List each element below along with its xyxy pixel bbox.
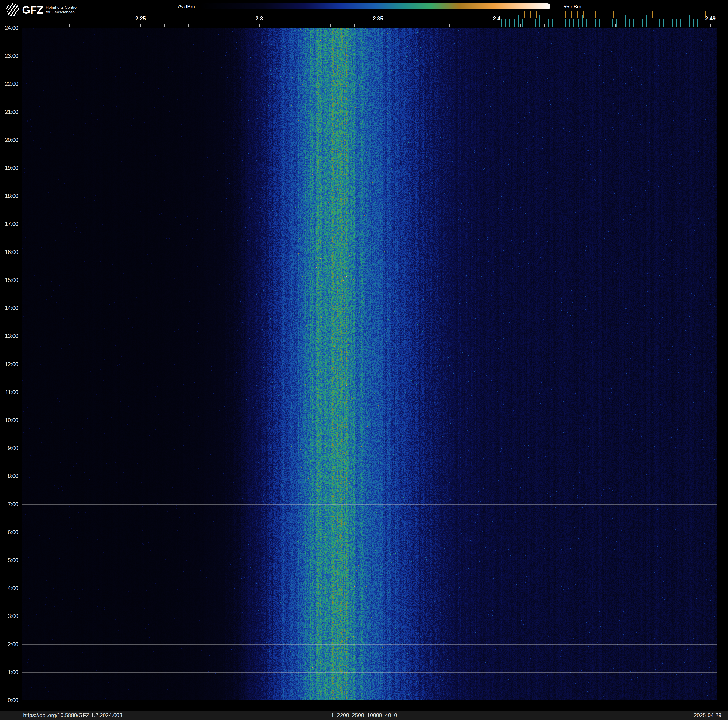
freq-minor-tick bbox=[141, 24, 141, 28]
channel-tick-teal bbox=[578, 18, 579, 28]
channel-tick-orange bbox=[530, 11, 531, 18]
freq-minor-tick bbox=[568, 24, 568, 28]
channel-tick-teal bbox=[561, 15, 561, 28]
time-tick-label: 7:00 bbox=[8, 501, 18, 507]
channel-tick-teal bbox=[540, 15, 540, 28]
channel-tick-teal bbox=[664, 18, 664, 28]
channel-tick-teal bbox=[668, 15, 668, 28]
time-tick-label: 23:00 bbox=[5, 53, 18, 59]
channel-tick-teal bbox=[595, 18, 596, 28]
freq-minor-tick bbox=[473, 24, 473, 28]
channel-tick-teal bbox=[514, 18, 514, 28]
time-axis: 24:0023:0022:0021:0020:0019:0018:0017:00… bbox=[0, 28, 20, 700]
freq-minor-tick bbox=[69, 24, 70, 28]
freq-tick-label: 2.25 bbox=[135, 15, 146, 22]
channel-tick-teal bbox=[509, 18, 510, 28]
channel-tick-teal bbox=[518, 15, 519, 28]
channel-tick-orange bbox=[578, 11, 578, 18]
frequency-ruler: 2.252.32.352.42.49 bbox=[22, 0, 717, 28]
channel-tick-teal bbox=[650, 18, 651, 28]
channel-tick-orange bbox=[566, 11, 566, 18]
channel-tick-teal bbox=[586, 18, 587, 28]
freq-minor-tick bbox=[236, 24, 236, 28]
time-tick-label: 14:00 bbox=[5, 305, 18, 311]
channel-tick-teal bbox=[574, 18, 574, 28]
freq-minor-tick bbox=[93, 24, 93, 28]
time-tick-label: 15:00 bbox=[5, 277, 18, 283]
freq-minor-tick bbox=[188, 24, 188, 28]
channel-tick-orange bbox=[631, 11, 632, 18]
channel-tick-teal bbox=[557, 18, 557, 28]
channel-tick-orange bbox=[613, 11, 613, 18]
time-tick-label: 13:00 bbox=[5, 333, 18, 339]
freq-minor-tick bbox=[307, 24, 307, 28]
channel-tick-teal bbox=[599, 18, 600, 28]
channel-tick-teal bbox=[697, 18, 698, 28]
freq-minor-tick bbox=[354, 24, 355, 28]
channel-tick-teal bbox=[608, 18, 609, 28]
freq-minor-tick bbox=[212, 24, 212, 28]
channel-tick-teal bbox=[625, 15, 626, 28]
dataset-name: 1_2200_2500_10000_40_0 bbox=[331, 711, 397, 720]
channel-tick-teal bbox=[676, 18, 677, 28]
time-tick-label: 5:00 bbox=[8, 557, 18, 563]
freq-minor-tick bbox=[259, 24, 260, 28]
channel-tick-teal bbox=[659, 18, 660, 28]
footer-bar: https://doi.org/10.5880/GFZ.1.2.2024.003… bbox=[0, 711, 728, 720]
channel-tick-teal bbox=[535, 18, 536, 28]
freq-tick-label: 2.49 bbox=[705, 15, 716, 22]
time-tick-label: 17:00 bbox=[5, 221, 18, 227]
time-tick-label: 22:00 bbox=[5, 81, 18, 87]
channel-tick-teal bbox=[565, 18, 566, 28]
channel-tick-orange bbox=[536, 11, 537, 18]
time-tick-label: 24:00 bbox=[5, 25, 18, 31]
freq-tick-label: 2.35 bbox=[373, 15, 383, 22]
time-tick-label: 1:00 bbox=[8, 669, 18, 676]
channel-tick-orange bbox=[560, 11, 560, 18]
channel-tick-teal bbox=[616, 18, 617, 28]
freq-minor-tick bbox=[164, 24, 165, 28]
spectrogram-plot bbox=[22, 28, 717, 700]
doi-text: https://doi.org/10.5880/GFZ.1.2.2024.003 bbox=[23, 711, 122, 720]
freq-minor-tick bbox=[283, 24, 283, 28]
date-text: 2025-04-29 bbox=[694, 711, 722, 720]
freq-minor-tick bbox=[710, 24, 711, 28]
freq-minor-tick bbox=[402, 24, 402, 28]
channel-tick-teal bbox=[526, 18, 527, 28]
time-tick-label: 19:00 bbox=[5, 165, 18, 171]
channel-tick-teal bbox=[633, 18, 634, 28]
channel-tick-orange bbox=[652, 11, 653, 18]
freq-minor-tick bbox=[687, 24, 687, 28]
channel-tick-orange bbox=[583, 11, 584, 18]
freq-minor-tick bbox=[639, 24, 639, 28]
channel-tick-teal bbox=[629, 18, 630, 28]
channel-tick-teal bbox=[642, 18, 643, 28]
time-tick-label: 3:00 bbox=[8, 613, 18, 619]
channel-tick-teal bbox=[702, 18, 702, 28]
channel-tick-teal bbox=[646, 15, 647, 28]
channel-tick-teal bbox=[638, 18, 638, 28]
channel-tick-orange bbox=[571, 11, 572, 18]
time-tick-label: 8:00 bbox=[8, 473, 18, 479]
freq-minor-tick bbox=[449, 24, 450, 28]
channel-tick-teal bbox=[531, 18, 531, 28]
channel-tick-teal bbox=[655, 18, 655, 28]
channel-tick-teal bbox=[569, 18, 570, 28]
freq-tick-label: 2.3 bbox=[255, 15, 263, 22]
channel-tick-teal bbox=[693, 18, 694, 28]
channel-tick-teal bbox=[680, 18, 681, 28]
freq-minor-tick bbox=[592, 24, 592, 28]
channel-tick-teal bbox=[612, 18, 613, 28]
time-tick-label: 10:00 bbox=[5, 417, 18, 423]
channel-tick-teal bbox=[604, 15, 604, 28]
channel-tick-teal bbox=[522, 18, 523, 28]
channel-tick-teal bbox=[544, 18, 544, 28]
channel-tick-teal bbox=[505, 18, 506, 28]
channel-tick-orange bbox=[554, 11, 554, 18]
freq-minor-tick bbox=[330, 24, 331, 28]
channel-tick-orange bbox=[542, 11, 543, 18]
time-tick-label: 18:00 bbox=[5, 193, 18, 199]
time-tick-label: 21:00 bbox=[5, 109, 18, 115]
freq-minor-tick bbox=[117, 24, 117, 28]
gfz-globe-icon bbox=[6, 3, 19, 17]
